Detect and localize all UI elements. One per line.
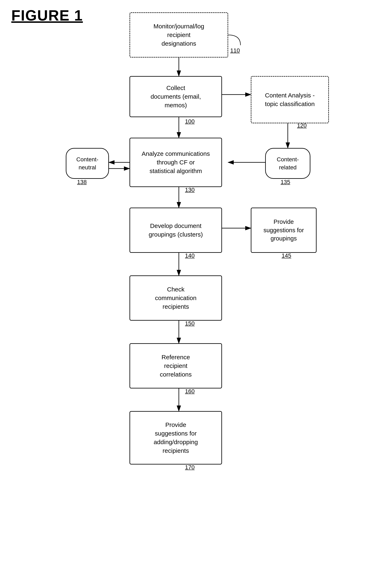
label-138: 138	[77, 179, 87, 185]
box-160: Reference recipient correlations	[130, 343, 222, 388]
box-100: Collect documents (email, memos)	[130, 76, 222, 117]
label-130: 130	[185, 187, 195, 193]
box-140: Develop document groupings (clusters)	[130, 208, 222, 253]
box-130: Analyze communications through CF or sta…	[130, 138, 222, 187]
label-100: 100	[185, 118, 195, 125]
box-110: Monitor/journal/log recipient designatio…	[130, 12, 228, 57]
label-145: 145	[282, 252, 291, 259]
label-150: 150	[185, 320, 195, 327]
label-160: 160	[185, 388, 195, 395]
label-170: 170	[185, 464, 195, 471]
box-135: Content- related	[265, 148, 310, 179]
label-110: 110	[230, 47, 240, 54]
label-120: 120	[297, 122, 307, 129]
flowchart: Monitor/journal/log recipient designatio…	[62, 6, 382, 582]
label-140: 140	[185, 252, 195, 259]
label-135: 135	[280, 179, 290, 185]
box-138: Content- neutral	[66, 148, 109, 179]
box-170: Provide suggestions for adding/dropping …	[130, 411, 222, 465]
box-145: Provide suggestions for groupings	[251, 208, 316, 253]
box-150: Check communication recipients	[130, 275, 222, 321]
box-120: Content Analysis - topic classification	[251, 76, 329, 123]
